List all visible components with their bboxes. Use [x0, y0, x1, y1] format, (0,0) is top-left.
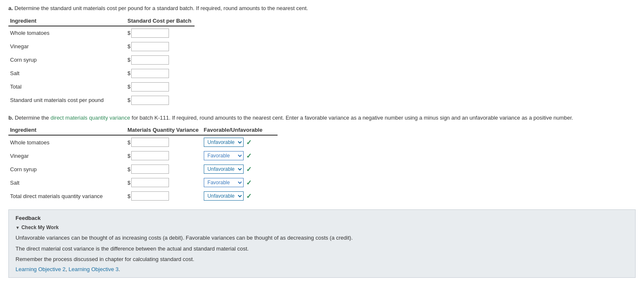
cost-input[interactable] — [131, 82, 169, 91]
cost-input-cell: $ — [126, 80, 195, 94]
feedback-link-wrapper: Learning Objective 2 — [16, 266, 65, 272]
cost-input-cell: $ — [126, 53, 195, 67]
dollar-sign: $ — [127, 70, 130, 76]
cost-input[interactable] — [131, 42, 169, 51]
feedback-line: Unfavorable variances can be thought of … — [16, 234, 628, 242]
feedback-line: Remember the process discussed in chapte… — [16, 255, 628, 264]
table-row: Whole tomatoes$ — [8, 26, 195, 40]
fav-unfav-cell: FavorableUnfavorable✓ — [202, 189, 278, 203]
ingredient-label: Vinegar — [8, 40, 126, 53]
fav-unfav-select[interactable]: FavorableUnfavorable — [204, 151, 244, 160]
fav-unfav-cell: FavorableUnfavorable✓ — [202, 149, 278, 162]
fav-unfav-wrapper: FavorableUnfavorable✓ — [204, 165, 274, 174]
dollar-sign: $ — [127, 97, 130, 103]
dollar-sign: $ — [127, 84, 130, 90]
section-b-text-after: for batch K-111. If required, round amou… — [130, 115, 573, 121]
section-b-strong: b. — [8, 115, 13, 121]
table-row: Total direct materials quantity variance… — [8, 189, 278, 203]
ingredient-label: Corn syrup — [8, 53, 126, 67]
check-mark-icon: ✓ — [246, 192, 252, 200]
learning-objective-link[interactable]: Learning Objective 2 — [16, 266, 65, 272]
check-my-work-text: Check My Work — [21, 225, 59, 230]
fav-unfav-cell: FavorableUnfavorable✓ — [202, 135, 278, 149]
section-b-col3-header: Favorable/Unfavorable — [202, 125, 278, 135]
feedback-link-wrapper: , Learning Objective 3 — [65, 266, 118, 272]
section-a-label: a. Determine the standard unit materials… — [8, 4, 636, 13]
table-row: Standard unit materials cost per pound$ — [8, 94, 195, 107]
table-row: Corn syrup$ — [8, 53, 195, 67]
cost-input-cell: $ — [126, 40, 195, 53]
dollar-sign: $ — [127, 166, 130, 172]
dollar-sign: $ — [127, 180, 130, 186]
ingredient-label: Whole tomatoes — [8, 135, 126, 149]
section-a-strong: a. — [8, 5, 13, 11]
ingredient-label: Standard unit materials cost per pound — [8, 94, 126, 107]
table-row: Whole tomatoes$FavorableUnfavorable✓ — [8, 135, 278, 149]
check-my-work-label: Check My Work — [16, 225, 628, 230]
variance-input-cell: $ — [126, 149, 202, 162]
variance-input-cell: $ — [126, 176, 202, 189]
learning-objective-link[interactable]: Learning Objective 3 — [68, 266, 118, 272]
check-mark-icon: ✓ — [246, 179, 252, 187]
cost-input-cell: $ — [126, 26, 195, 40]
cost-input[interactable] — [131, 69, 169, 78]
variance-input[interactable] — [131, 138, 169, 147]
fav-unfav-select[interactable]: FavorableUnfavorable — [204, 138, 244, 147]
table-row: Salt$FavorableUnfavorable✓ — [8, 176, 278, 189]
table-row: Total$ — [8, 80, 195, 94]
section-b-label: b. Determine the direct materials quanti… — [8, 114, 636, 122]
fav-unfav-select[interactable]: FavorableUnfavorable — [204, 191, 244, 201]
check-mark-icon: ✓ — [246, 138, 252, 146]
check-mark-icon: ✓ — [246, 165, 252, 173]
section-b-table: Ingredient Materials Quantity Variance F… — [8, 125, 278, 203]
dollar-sign: $ — [127, 43, 130, 50]
ingredient-label: Salt — [8, 176, 126, 189]
dollar-sign: $ — [127, 30, 130, 36]
check-mark-icon: ✓ — [246, 152, 252, 160]
fav-unfav-cell: FavorableUnfavorable✓ — [202, 162, 278, 176]
fav-unfav-wrapper: FavorableUnfavorable✓ — [204, 191, 274, 201]
ingredient-label: Salt — [8, 67, 126, 80]
section-b-highlight: direct materials quantity variance — [50, 115, 130, 121]
section-a-text: Determine the standard unit materials co… — [13, 5, 308, 11]
section-b-col2-header: Materials Quantity Variance — [126, 125, 202, 135]
table-row: Corn syrup$FavorableUnfavorable✓ — [8, 162, 278, 176]
table-row: Salt$ — [8, 67, 195, 80]
variance-input[interactable] — [131, 191, 169, 201]
variance-input-cell: $ — [126, 135, 202, 149]
ingredient-label: Whole tomatoes — [8, 26, 126, 40]
cost-input[interactable] — [131, 55, 169, 65]
cost-input-cell: $ — [126, 67, 195, 80]
variance-input-cell: $ — [126, 162, 202, 176]
fav-unfav-select[interactable]: FavorableUnfavorable — [204, 165, 244, 174]
fav-unfav-wrapper: FavorableUnfavorable✓ — [204, 178, 274, 187]
ingredient-label: Total direct materials quantity variance — [8, 189, 126, 203]
variance-input[interactable] — [131, 165, 169, 174]
section-a-table: Ingredient Standard Cost per Batch Whole… — [8, 16, 195, 107]
cost-input[interactable] — [131, 96, 169, 105]
fav-unfav-cell: FavorableUnfavorable✓ — [202, 176, 278, 189]
dollar-sign: $ — [127, 193, 130, 199]
fav-unfav-wrapper: FavorableUnfavorable✓ — [204, 151, 274, 160]
variance-input[interactable] — [131, 151, 169, 160]
cost-input[interactable] — [131, 29, 169, 38]
dollar-sign: $ — [127, 153, 130, 159]
section-a-col1-header: Ingredient — [8, 16, 126, 26]
ingredient-label: Total — [8, 80, 126, 94]
variance-input[interactable] — [131, 178, 169, 187]
table-row: Vinegar$ — [8, 40, 195, 53]
section-b-col1-header: Ingredient — [8, 125, 126, 135]
dollar-sign: $ — [127, 139, 130, 146]
feedback-dot: . — [119, 266, 120, 272]
ingredient-label: Corn syrup — [8, 162, 126, 176]
feedback-line: The direct material cost variance is the… — [16, 245, 628, 253]
section-a-col2-header: Standard Cost per Batch — [126, 16, 195, 26]
variance-input-cell: $ — [126, 189, 202, 203]
section-b-text-before: Determine the — [13, 115, 51, 121]
fav-unfav-select[interactable]: FavorableUnfavorable — [204, 178, 244, 187]
feedback-box: Feedback Check My Work Unfavorable varia… — [8, 209, 636, 278]
table-row: Vinegar$FavorableUnfavorable✓ — [8, 149, 278, 162]
cost-input-cell: $ — [126, 94, 195, 107]
fav-unfav-wrapper: FavorableUnfavorable✓ — [204, 138, 274, 147]
dollar-sign: $ — [127, 57, 130, 63]
